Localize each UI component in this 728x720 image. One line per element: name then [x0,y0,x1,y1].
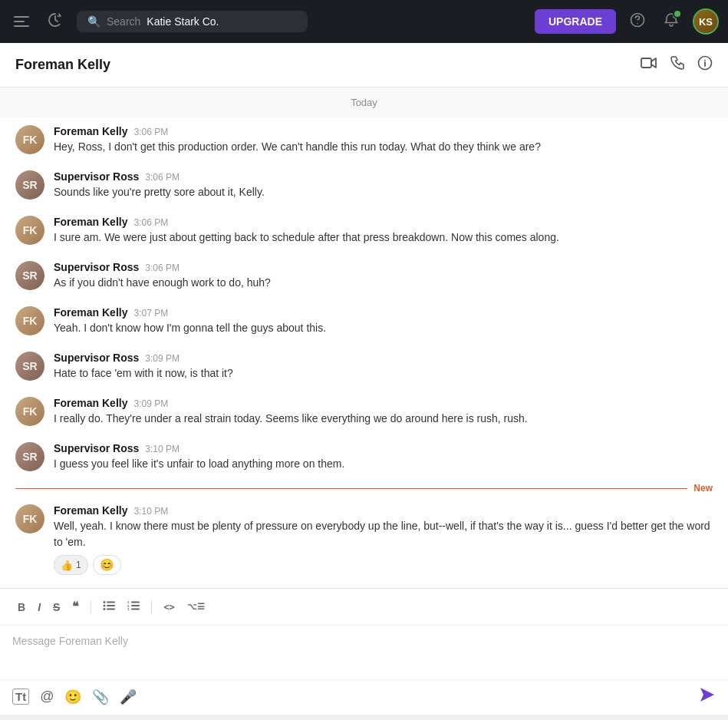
emoji-icon[interactable]: 🙂 [64,689,81,705]
italic-button[interactable]: I [32,598,46,616]
message-row: FK Foreman Kelly 3:06 PM Hey, Ross, I do… [0,117,728,163]
message-time: 3:06 PM [145,172,180,183]
sender-name: Supervisor Ross [54,170,139,183]
message-row: SR Supervisor Ross 3:06 PM As if you did… [0,253,728,299]
topbar: 🔍 Search Katie Stark Co. UPGRADE KS [0,0,728,43]
add-reaction-button[interactable]: 😊 [93,555,121,575]
quote-button[interactable]: ❝ [67,596,84,617]
sender-name: Foreman Kelly [54,125,127,137]
thumbs-up-reaction[interactable]: 👍 1 [54,555,88,575]
message-row: SR Supervisor Ross 3:09 PM Hate to face … [0,344,728,389]
numbered-list-button[interactable]: 1. 2. 3. [122,597,145,616]
sender-name: Supervisor Ross [54,261,139,273]
svg-rect-0 [14,16,29,18]
svg-point-4 [637,22,638,24]
phone-call-icon[interactable] [670,55,685,74]
message-content: Foreman Kelly 3:06 PM Hey, Ross, I don't… [54,125,713,155]
message-text: Yeah. I don't know how I'm gonna tell th… [54,320,713,336]
svg-rect-16 [131,602,140,603]
message-text: I really do. They're under a real strain… [54,411,713,427]
avatar: FK [15,306,44,335]
send-button[interactable] [699,686,716,707]
avatar: SR [15,170,44,200]
avatar: SR [15,261,44,290]
svg-rect-1 [14,21,25,22]
message-text: Well, yeah. I know there must be plenty … [54,518,713,550]
message-time: 3:09 PM [133,398,168,409]
search-icon: 🔍 [87,15,100,28]
message-row: SR Supervisor Ross 3:06 PM Sounds like y… [0,163,728,208]
sender-name: Foreman Kelly [54,306,127,319]
attachment-icon[interactable]: 📎 [92,689,109,705]
menu-icon[interactable] [9,8,34,35]
chat-header: Foreman Kelly [0,43,728,88]
message-content: Foreman Kelly 3:07 PM Yeah. I don't know… [54,306,713,336]
video-call-icon[interactable] [641,57,657,73]
reactions: 👍 1 😊 [54,555,713,575]
mention-icon[interactable]: @ [40,689,54,705]
sender-name: Foreman Kelly [54,504,127,517]
message-time: 3:07 PM [133,308,168,319]
new-messages-divider: New [0,480,728,497]
avatar: FK [15,504,44,533]
avatar: SR [15,442,44,471]
avatar: FK [15,125,44,154]
voice-icon[interactable]: 🎤 [120,689,137,705]
message-content: Supervisor Ross 3:10 PM I guess you feel… [54,442,713,472]
sender-name: Foreman Kelly [54,397,127,409]
date-divider: Today [0,88,728,117]
message-text: Sounds like you're pretty sore about it,… [54,184,713,200]
svg-rect-12 [107,605,115,606]
user-avatar[interactable]: KS [693,8,719,35]
sender-name: Supervisor Ross [54,352,139,364]
search-bar[interactable]: 🔍 Search Katie Stark Co. [77,11,308,32]
upgrade-button[interactable]: UPGRADE [535,9,616,34]
message-content: Foreman Kelly 3:10 PM Well, yeah. I know… [54,504,713,575]
svg-rect-18 [131,605,140,606]
svg-rect-14 [107,609,115,610]
help-icon[interactable] [625,8,650,36]
message-time: 3:06 PM [133,217,168,228]
compose-footer: Tt @ 🙂 📎 🎤 [0,679,728,713]
message-text: As if you didn't have enough work to do,… [54,275,713,291]
notifications-icon[interactable] [659,8,684,36]
message-row: FK Foreman Kelly 3:06 PM I sure am. We w… [0,208,728,253]
info-icon[interactable] [697,55,713,74]
svg-rect-2 [14,25,29,27]
message-content: Supervisor Ross 3:06 PM As if you didn't… [54,261,713,291]
message-time: 3:10 PM [145,444,180,454]
message-time: 3:06 PM [145,263,180,273]
messages-area: Today FK Foreman Kelly 3:06 PM Hey, Ross… [0,88,728,588]
bullet-list-button[interactable] [97,597,120,616]
compose-toolbar: B I S ❝ 1. 2. 3. <> [0,589,728,626]
svg-point-8 [704,60,706,61]
message-text: Hate to face 'em with it now, is that it… [54,365,713,381]
compose-area: B I S ❝ 1. 2. 3. <> [0,588,728,715]
search-query: Katie Stark Co. [147,15,219,28]
svg-text:3.: 3. [127,607,130,611]
strikethrough-button[interactable]: S [48,598,65,616]
search-label: Search [107,15,140,28]
message-row: FK Foreman Kelly 3:07 PM Yeah. I don't k… [0,299,728,344]
message-content: Supervisor Ross 3:06 PM Sounds like you'… [54,170,713,200]
code-block-button[interactable]: ⌥☰ [182,599,210,615]
message-time: 3:09 PM [145,353,180,364]
code-button[interactable]: <> [158,599,180,616]
sender-name: Foreman Kelly [54,216,127,228]
reaction-emoji: 👍 [61,560,73,571]
message-time: 3:10 PM [133,506,168,517]
chat-title: Foreman Kelly [15,57,641,73]
new-label: New [693,483,713,494]
bold-button[interactable]: B [12,598,31,616]
message-input[interactable]: Message Foreman Kelly [0,626,728,679]
message-text: Hey, Ross, I don't get this production o… [54,139,713,155]
message-row: FK Foreman Kelly 3:10 PM Well, yeah. I k… [0,497,728,583]
reaction-count: 1 [76,560,81,570]
svg-rect-6 [641,58,651,68]
svg-point-11 [104,605,106,607]
avatar: FK [15,397,44,426]
text-format-icon[interactable]: Tt [12,689,29,705]
svg-point-5 [673,14,677,18]
history-icon[interactable] [43,8,68,36]
svg-point-13 [104,608,106,610]
